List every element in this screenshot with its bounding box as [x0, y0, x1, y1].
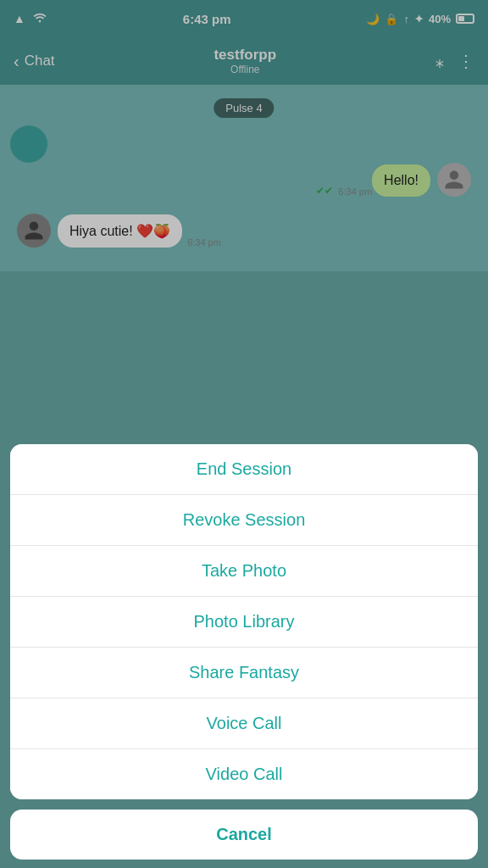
action-sheet-overlay: End Session Revoke Session Take Photo Ph… [0, 0, 488, 868]
action-revoke-session[interactable]: Revoke Session [10, 495, 478, 546]
action-voice-call[interactable]: Voice Call [10, 698, 478, 749]
action-cancel-button[interactable]: Cancel [10, 810, 478, 860]
action-photo-library[interactable]: Photo Library [10, 597, 478, 648]
action-share-fantasy[interactable]: Share Fantasy [10, 648, 478, 698]
action-video-call[interactable]: Video Call [10, 749, 478, 799]
action-take-photo[interactable]: Take Photo [10, 546, 478, 597]
action-end-session[interactable]: End Session [10, 444, 478, 495]
action-sheet: End Session Revoke Session Take Photo Ph… [10, 444, 478, 799]
